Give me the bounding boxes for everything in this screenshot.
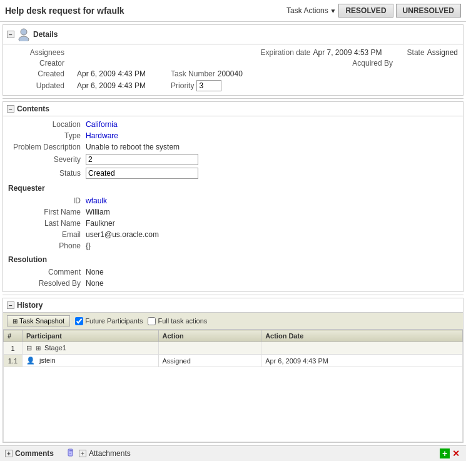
row-participant: 👤 jstein	[23, 355, 159, 367]
stage-icon: ⊞	[36, 345, 41, 352]
contents-section-header: − Contents	[3, 102, 463, 116]
priority-group: Priority	[171, 80, 221, 91]
priority-input[interactable]	[196, 80, 221, 91]
priority-label: Priority	[171, 81, 194, 90]
first-name-label: First Name	[8, 208, 83, 216]
status-label: Status	[8, 169, 83, 178]
row-num: 1.1	[4, 355, 23, 367]
remove-icon[interactable]: ✕	[451, 448, 461, 458]
attachments-section: + Attachments	[66, 448, 131, 458]
history-collapse-icon[interactable]: −	[7, 301, 14, 309]
details-label: Details	[33, 30, 58, 39]
col-action: Action	[158, 330, 261, 342]
future-participants-checkbox[interactable]	[75, 317, 83, 325]
state-group: State Assigned	[407, 48, 458, 57]
history-label: History	[17, 301, 43, 310]
future-participants-label: Future Participants	[85, 317, 143, 325]
details-section-header: − Details	[3, 25, 463, 44]
history-table: # Participant Action Action Date 1 ⊟ ⊞ S…	[3, 330, 463, 442]
phone-value: {}	[86, 241, 458, 250]
svg-rect-4	[69, 452, 73, 452]
problem-description-label: Problem Description	[8, 143, 83, 151]
updated-label: Updated	[8, 81, 64, 90]
contents-collapse-icon[interactable]: −	[7, 105, 14, 113]
col-participant: Participant	[23, 330, 159, 342]
svg-point-0	[21, 29, 27, 35]
page-header: Help desk request for wfaulk Task Action…	[0, 0, 466, 22]
id-value[interactable]: wfaulk	[86, 196, 458, 205]
history-empty-space	[4, 367, 463, 442]
assignees-value	[77, 48, 248, 57]
future-participants-checkbox-label[interactable]: Future Participants	[75, 317, 143, 325]
details-row-3: Created Apr 6, 2009 4:43 PM Task Number …	[8, 69, 458, 78]
full-task-actions-label: Full task actions	[158, 317, 207, 325]
full-task-actions-checkbox[interactable]	[148, 317, 156, 325]
first-name-value: William	[86, 208, 458, 216]
row-action	[158, 342, 261, 355]
comments-collapse-icon[interactable]: +	[5, 450, 13, 457]
svg-point-1	[19, 36, 29, 41]
resolution-header: Resolution	[8, 253, 458, 265]
history-table-body: 1 ⊟ ⊞ Stage1 1.1 👤 jstein Assigned Apr 6…	[4, 342, 463, 442]
contents-grid: Location California Type Hardware Proble…	[3, 116, 463, 291]
severity-input[interactable]	[86, 154, 198, 165]
comments-section: + Comments	[5, 449, 54, 458]
state-value: Assigned	[427, 48, 458, 57]
full-task-actions-checkbox-label[interactable]: Full task actions	[148, 317, 207, 325]
location-label: Location	[8, 120, 83, 129]
acquired-by-label: Acquired By	[352, 59, 393, 68]
participant-icon: 👤	[26, 357, 35, 364]
location-value[interactable]: California	[86, 120, 458, 129]
resolved-button[interactable]: RESOLVED	[338, 4, 393, 18]
type-value[interactable]: Hardware	[86, 131, 458, 140]
row-action-date	[261, 342, 463, 355]
problem-description-value: Unable to reboot the system	[86, 143, 458, 151]
state-label: State	[407, 48, 425, 57]
attachments-collapse-icon[interactable]: +	[79, 450, 86, 457]
header-actions: Task Actions RESOLVED UNRESOLVED	[286, 4, 461, 18]
requester-header: Requester	[8, 181, 458, 194]
task-number-value: 200040	[218, 69, 243, 78]
attachments-label: Attachments	[89, 449, 131, 458]
contents-label: Contents	[17, 104, 49, 113]
id-label: ID	[8, 196, 83, 205]
resolved-by-label: Resolved By	[8, 279, 83, 288]
creator-label: Creator	[8, 59, 64, 68]
email-value: user1@us.oracle.com	[86, 230, 458, 239]
task-number-label: Task Number	[171, 69, 215, 78]
table-row: 1.1 👤 jstein Assigned Apr 6, 2009 4:43 P…	[4, 355, 463, 367]
history-table-header-row: # Participant Action Action Date	[4, 330, 463, 342]
last-name-value: Faulkner	[86, 219, 458, 228]
severity-label: Severity	[8, 155, 83, 164]
col-num: #	[4, 330, 23, 342]
resolved-by-value: None	[86, 279, 458, 288]
stage-expand-icon[interactable]: ⊟	[26, 344, 32, 352]
phone-label: Phone	[8, 241, 83, 250]
details-row-1: Assignees Expiration date Apr 7, 2009 4:…	[8, 48, 458, 57]
row-action: Assigned	[158, 355, 261, 367]
last-name-label: Last Name	[8, 219, 83, 228]
creator-value	[77, 59, 340, 68]
acquired-by-group: Acquired By	[352, 59, 395, 68]
expiration-label: Expiration date	[260, 48, 310, 57]
status-input[interactable]	[86, 168, 198, 179]
history-section: − History ⊞ Task Snapshot Future Partici…	[3, 298, 463, 443]
email-label: Email	[8, 230, 83, 239]
comment-label: Comment	[8, 268, 83, 276]
page-title: Help desk request for wfaulk	[5, 6, 124, 16]
task-actions-dropdown[interactable]: Task Actions	[286, 6, 336, 15]
svg-rect-3	[69, 450, 73, 451]
attachment-icon	[66, 448, 76, 458]
task-snapshot-icon: ⊞	[13, 318, 18, 325]
history-section-header: − History	[3, 298, 463, 313]
add-icon[interactable]: +	[440, 448, 450, 458]
bottom-bar: + Comments + Attachments + ✕	[0, 445, 466, 461]
type-label: Type	[8, 131, 83, 140]
details-section: − Details Assignees Expiration date Apr …	[3, 24, 463, 96]
unresolved-button[interactable]: UNRESOLVED	[396, 4, 461, 18]
details-collapse-icon[interactable]: −	[7, 31, 14, 38]
row-num: 1	[4, 342, 23, 355]
row-action-date: Apr 6, 2009 4:43 PM	[261, 355, 463, 367]
history-table-head: # Participant Action Action Date	[4, 330, 463, 342]
task-snapshot-button[interactable]: ⊞ Task Snapshot	[7, 315, 70, 327]
